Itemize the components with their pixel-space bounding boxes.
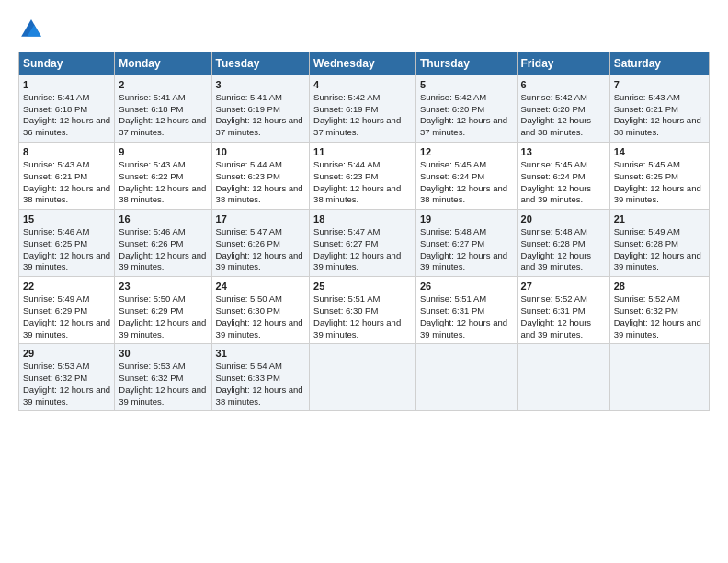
calendar-cell: 12Sunrise: 5:45 AMSunset: 6:24 PMDayligh… [415, 143, 517, 210]
daylight-text: Daylight: 12 hours and 38 minutes. [521, 115, 592, 137]
day-number: 7 [614, 78, 705, 92]
day-number: 14 [614, 145, 705, 159]
calendar-cell: 15Sunrise: 5:46 AMSunset: 6:25 PMDayligh… [19, 210, 115, 277]
sunrise-text: Sunrise: 5:42 AM [313, 92, 380, 102]
day-number: 4 [313, 78, 412, 92]
day-number: 8 [23, 145, 110, 159]
day-number: 12 [420, 145, 513, 159]
day-number: 24 [216, 280, 306, 293]
day-number: 21 [614, 213, 705, 226]
sunrise-text: Sunrise: 5:52 AM [614, 293, 680, 304]
calendar-week-row: 1Sunrise: 5:41 AMSunset: 6:18 PMDaylight… [19, 75, 710, 143]
sunset-text: Sunset: 6:26 PM [119, 238, 183, 248]
calendar-cell: 30Sunrise: 5:53 AMSunset: 6:32 PMDayligh… [115, 344, 211, 411]
col-tuesday: Tuesday [211, 52, 310, 75]
daylight-text: Daylight: 12 hours and 37 minutes. [313, 115, 401, 137]
daylight-text: Daylight: 12 hours and 38 minutes. [216, 183, 303, 205]
calendar-body: 1Sunrise: 5:41 AMSunset: 6:18 PMDaylight… [19, 75, 710, 411]
sunset-text: Sunset: 6:29 PM [23, 305, 87, 316]
sunset-text: Sunset: 6:19 PM [216, 104, 280, 114]
sunrise-text: Sunrise: 5:44 AM [313, 159, 380, 169]
sunset-text: Sunset: 6:21 PM [614, 104, 678, 114]
calendar-cell: 14Sunrise: 5:45 AMSunset: 6:25 PMDayligh… [609, 143, 709, 210]
page: Sunday Monday Tuesday Wednesday Thursday… [0, 0, 728, 563]
sunrise-text: Sunrise: 5:41 AM [23, 92, 89, 102]
daylight-text: Daylight: 12 hours and 39 minutes. [521, 250, 592, 272]
daylight-text: Daylight: 12 hours and 39 minutes. [614, 250, 701, 272]
calendar-cell: 17Sunrise: 5:47 AMSunset: 6:26 PMDayligh… [211, 210, 310, 277]
sunset-text: Sunset: 6:25 PM [23, 238, 87, 248]
calendar-cell: 9Sunrise: 5:43 AMSunset: 6:22 PMDaylight… [115, 143, 211, 210]
sunrise-text: Sunrise: 5:53 AM [119, 361, 185, 371]
daylight-text: Daylight: 12 hours and 39 minutes. [23, 250, 110, 272]
sunrise-text: Sunrise: 5:46 AM [119, 226, 185, 236]
header-row: Sunday Monday Tuesday Wednesday Thursday… [19, 52, 710, 75]
col-thursday: Thursday [415, 52, 517, 75]
calendar-cell: 16Sunrise: 5:46 AMSunset: 6:26 PMDayligh… [115, 210, 211, 277]
daylight-text: Daylight: 12 hours and 39 minutes. [119, 317, 206, 339]
sunset-text: Sunset: 6:23 PM [313, 171, 378, 181]
calendar-week-row: 15Sunrise: 5:46 AMSunset: 6:25 PMDayligh… [19, 210, 710, 277]
calendar-week-row: 29Sunrise: 5:53 AMSunset: 6:32 PMDayligh… [19, 344, 710, 411]
sunset-text: Sunset: 6:20 PM [521, 104, 586, 114]
day-number: 28 [614, 280, 705, 293]
calendar-cell: 23Sunrise: 5:50 AMSunset: 6:29 PMDayligh… [115, 277, 211, 344]
calendar-cell [310, 344, 416, 411]
sunrise-text: Sunrise: 5:43 AM [23, 159, 89, 169]
day-number: 1 [23, 78, 110, 92]
calendar-cell [609, 344, 709, 411]
sunset-text: Sunset: 6:29 PM [119, 305, 183, 316]
calendar-week-row: 22Sunrise: 5:49 AMSunset: 6:29 PMDayligh… [19, 277, 710, 344]
sunrise-text: Sunrise: 5:43 AM [614, 92, 680, 102]
day-number: 6 [521, 78, 606, 92]
daylight-text: Daylight: 12 hours and 39 minutes. [313, 250, 401, 272]
calendar-cell: 18Sunrise: 5:47 AMSunset: 6:27 PMDayligh… [310, 210, 416, 277]
col-saturday: Saturday [609, 52, 709, 75]
col-wednesday: Wednesday [310, 52, 416, 75]
day-number: 30 [119, 347, 207, 361]
calendar-cell: 4Sunrise: 5:42 AMSunset: 6:19 PMDaylight… [310, 75, 416, 143]
sunset-text: Sunset: 6:22 PM [119, 171, 183, 181]
calendar-cell: 31Sunrise: 5:54 AMSunset: 6:33 PMDayligh… [211, 344, 310, 411]
sunset-text: Sunset: 6:28 PM [614, 238, 678, 248]
daylight-text: Daylight: 12 hours and 38 minutes. [23, 183, 110, 205]
sunset-text: Sunset: 6:25 PM [614, 171, 678, 181]
daylight-text: Daylight: 12 hours and 39 minutes. [614, 183, 701, 205]
calendar-week-row: 8Sunrise: 5:43 AMSunset: 6:21 PMDaylight… [19, 143, 710, 210]
header [18, 17, 710, 42]
sunrise-text: Sunrise: 5:50 AM [216, 293, 282, 304]
calendar-table: Sunday Monday Tuesday Wednesday Thursday… [18, 52, 710, 411]
sunset-text: Sunset: 6:32 PM [614, 305, 678, 316]
sunset-text: Sunset: 6:30 PM [313, 305, 378, 316]
sunset-text: Sunset: 6:27 PM [420, 238, 484, 248]
sunrise-text: Sunrise: 5:54 AM [216, 361, 282, 371]
sunrise-text: Sunrise: 5:45 AM [614, 159, 680, 169]
daylight-text: Daylight: 12 hours and 37 minutes. [216, 115, 303, 137]
sunset-text: Sunset: 6:28 PM [521, 238, 586, 248]
daylight-text: Daylight: 12 hours and 36 minutes. [23, 115, 110, 137]
sunset-text: Sunset: 6:26 PM [216, 238, 280, 248]
day-number: 23 [119, 280, 207, 293]
sunset-text: Sunset: 6:31 PM [420, 305, 484, 316]
day-number: 13 [521, 145, 606, 159]
sunset-text: Sunset: 6:18 PM [23, 104, 87, 114]
sunrise-text: Sunrise: 5:43 AM [119, 159, 185, 169]
calendar-cell: 11Sunrise: 5:44 AMSunset: 6:23 PMDayligh… [310, 143, 416, 210]
calendar-cell: 19Sunrise: 5:48 AMSunset: 6:27 PMDayligh… [415, 210, 517, 277]
day-number: 10 [216, 145, 306, 159]
calendar-cell: 24Sunrise: 5:50 AMSunset: 6:30 PMDayligh… [211, 277, 310, 344]
calendar-cell: 8Sunrise: 5:43 AMSunset: 6:21 PMDaylight… [19, 143, 115, 210]
calendar-cell: 7Sunrise: 5:43 AMSunset: 6:21 PMDaylight… [609, 75, 709, 143]
sunset-text: Sunset: 6:21 PM [23, 171, 87, 181]
daylight-text: Daylight: 12 hours and 39 minutes. [521, 183, 592, 205]
daylight-text: Daylight: 12 hours and 38 minutes. [420, 183, 507, 205]
daylight-text: Daylight: 12 hours and 39 minutes. [119, 385, 206, 407]
calendar-cell: 25Sunrise: 5:51 AMSunset: 6:30 PMDayligh… [310, 277, 416, 344]
daylight-text: Daylight: 12 hours and 39 minutes. [216, 317, 303, 339]
daylight-text: Daylight: 12 hours and 38 minutes. [614, 115, 701, 137]
sunset-text: Sunset: 6:24 PM [420, 171, 484, 181]
day-number: 16 [119, 213, 207, 226]
sunrise-text: Sunrise: 5:45 AM [420, 159, 486, 169]
calendar-cell [517, 344, 609, 411]
calendar-cell: 21Sunrise: 5:49 AMSunset: 6:28 PMDayligh… [609, 210, 709, 277]
